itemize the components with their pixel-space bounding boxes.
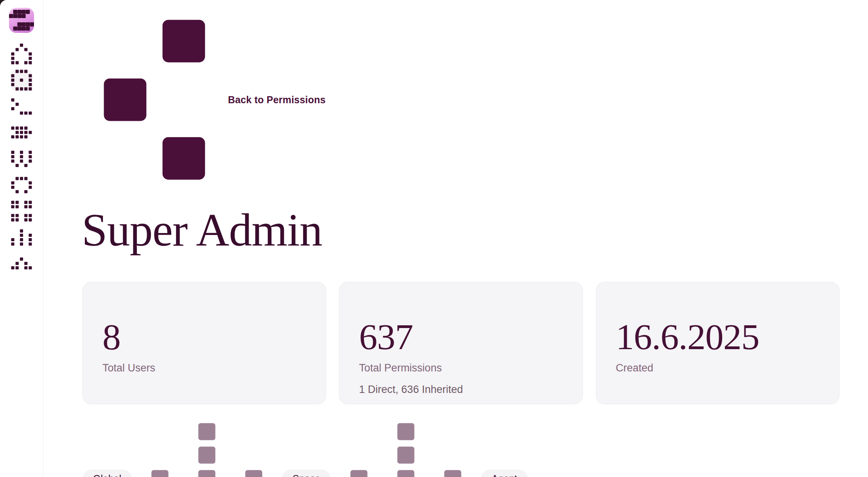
stat-value: 16.6.2025 (616, 318, 823, 355)
circle-icon (11, 176, 32, 194)
app-window: Back to Permissions Super Admin 8 Total … (0, 0, 868, 477)
back-link-label: Back to Permissions (228, 94, 326, 106)
columns-icon (11, 150, 32, 168)
sidebar-item-records[interactable] (11, 174, 32, 196)
grid-icon (11, 200, 32, 222)
stat-value: 8 (102, 318, 310, 355)
tab-agent[interactable]: Agent (481, 470, 527, 477)
sidebar-item-home[interactable] (11, 43, 32, 65)
back-arrow-icon (96, 12, 213, 188)
sidebar-item-logs[interactable] (11, 122, 32, 143)
sidebar-item-network[interactable] (11, 253, 32, 274)
arrow-down-icon (148, 420, 265, 477)
tab-space[interactable]: Space (282, 470, 331, 477)
tab-global[interactable]: Global (82, 470, 132, 477)
stat-card-created: 16.6.2025 Created (596, 282, 839, 404)
network-icon (11, 257, 32, 270)
stats-row: 8 Total Users 637 Total Permissions 1 Di… (82, 282, 839, 404)
terminal-icon (11, 98, 32, 115)
card-icon (11, 69, 32, 91)
scope-tabs: Global Space Agent (82, 420, 859, 477)
stat-sub-label: 1 Direct, 636 Inherited (359, 384, 567, 396)
sidebar-item-analytics[interactable] (11, 226, 32, 248)
stat-card-total-permissions: 637 Total Permissions 1 Direct, 636 Inhe… (339, 282, 583, 404)
main-content: Back to Permissions Super Admin 8 Total … (43, 0, 868, 477)
stat-card-total-users: 8 Total Users (82, 282, 326, 404)
sidebar-item-permissions[interactable] (11, 69, 32, 91)
list-icon (11, 126, 32, 139)
sidebar-item-columns[interactable] (11, 148, 32, 170)
sidebar (0, 0, 43, 477)
sidebar-item-terminal[interactable] (11, 95, 32, 117)
bar-chart-icon (11, 229, 32, 246)
sidebar-item-apps[interactable] (11, 200, 32, 222)
stat-value: 637 (359, 318, 567, 355)
arrow-down-icon (347, 420, 464, 477)
sidebar-nav (11, 43, 32, 274)
stat-label: Created (616, 362, 823, 374)
home-icon (11, 43, 32, 65)
app-logo[interactable] (9, 8, 34, 33)
back-link[interactable]: Back to Permissions (96, 12, 326, 188)
page-title: Super Admin (82, 200, 859, 260)
stat-label: Total Permissions (359, 362, 567, 374)
logo-glyph-icon (9, 10, 34, 30)
stat-label: Total Users (102, 362, 310, 374)
